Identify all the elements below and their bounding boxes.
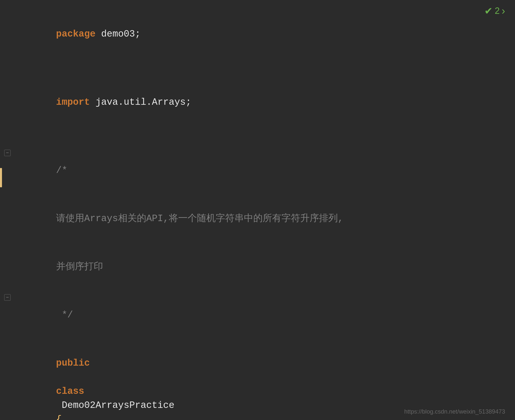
keyword-class: class — [56, 386, 84, 397]
class-name: Demo02ArraysPractice — [56, 400, 180, 411]
code-line-7: 并倒序打印 — [0, 243, 515, 291]
gutter-9 — [0, 339, 15, 342]
open-brace-class: { — [56, 414, 62, 420]
gutter-3 — [0, 78, 15, 82]
comment-text-2: 并倒序打印 — [56, 261, 103, 272]
gutter-4 — [0, 126, 15, 130]
code-line-5: − /* — [0, 146, 515, 194]
gutter-8: − — [0, 291, 15, 301]
line-content-7: 并倒序打印 — [15, 243, 515, 291]
fold-button-5[interactable]: − — [4, 150, 11, 156]
line-content-6: 请使用Arrays相关的API,将一个随机字符串中的所有字符升序排列, — [15, 194, 515, 243]
fold-button-8[interactable]: − — [4, 294, 11, 301]
code-editor: ✔ 2 › package demo03; import java.util.A… — [0, 0, 515, 420]
line-content-3: import java.util.Arrays; — [15, 78, 515, 126]
code-line-9: public class Demo02ArraysPractice { — [0, 339, 515, 420]
keyword-import: import — [56, 97, 90, 107]
code-line-1: package demo03; — [0, 10, 515, 58]
code-line-6: 请使用Arrays相关的API,将一个随机字符串中的所有字符升序排列, — [0, 194, 515, 243]
line-content-2 — [15, 58, 515, 78]
line-content-5: /* — [15, 146, 515, 194]
gutter-7 — [0, 243, 15, 246]
keyword-package: package — [56, 29, 96, 39]
code-line-4 — [0, 126, 515, 146]
gutter-5: − — [0, 146, 15, 156]
code-line-3: import java.util.Arrays; — [0, 78, 515, 126]
watermark: https://blog.csdn.net/weixin_51389473 — [404, 408, 505, 415]
code-line-2 — [0, 58, 515, 78]
gutter-2 — [0, 58, 15, 62]
comment-end: */ — [56, 310, 73, 320]
gutter-1 — [0, 10, 15, 13]
line-content-1: package demo03; — [15, 10, 515, 58]
line-content-9: public class Demo02ArraysPractice { — [15, 339, 515, 420]
comment-text-1: 请使用Arrays相关的API,将一个随机字符串中的所有字符升序排列, — [56, 213, 343, 224]
keyword-public: public — [56, 358, 90, 368]
line-content-4 — [15, 126, 515, 146]
code-line-8: − */ — [0, 291, 515, 339]
comment-start: /* — [56, 165, 67, 176]
line-content-8: */ — [15, 291, 515, 339]
gutter-6 — [0, 194, 15, 198]
